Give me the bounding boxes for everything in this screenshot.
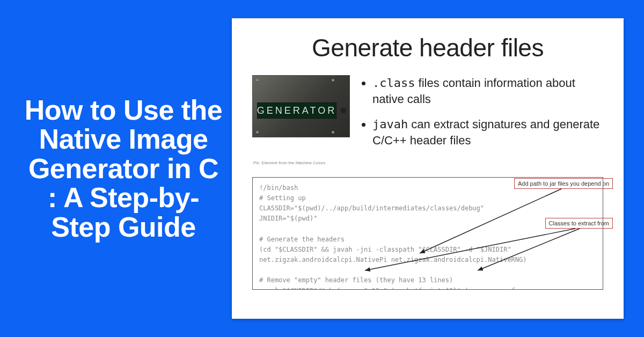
bullet-item: javah can extract signatures and generat… <box>372 116 603 148</box>
article-title: How to Use the Native Image Generator in… <box>24 96 223 242</box>
code-snippet: !/bin/bash # Setting up CLASSDIR="$(pwd)… <box>252 177 603 290</box>
slide: Generate header files GENERATOR .class f… <box>232 18 624 319</box>
slide-content-row: GENERATOR .class files contain informati… <box>243 75 613 158</box>
slide-title: Generate header files <box>243 33 613 62</box>
bullet-code: .class <box>372 76 415 90</box>
bullet-list: .class files contain information about n… <box>361 75 603 158</box>
bullet-code: javah <box>372 118 408 131</box>
bullet-item: .class files contain information about n… <box>372 75 603 107</box>
generator-image: GENERATOR <box>252 75 350 137</box>
article-title-panel: How to Use the Native Image Generator in… <box>0 96 232 242</box>
generator-label: GENERATOR <box>257 102 336 119</box>
image-caption: Pic: Element from the Machine Colors <box>253 160 613 165</box>
